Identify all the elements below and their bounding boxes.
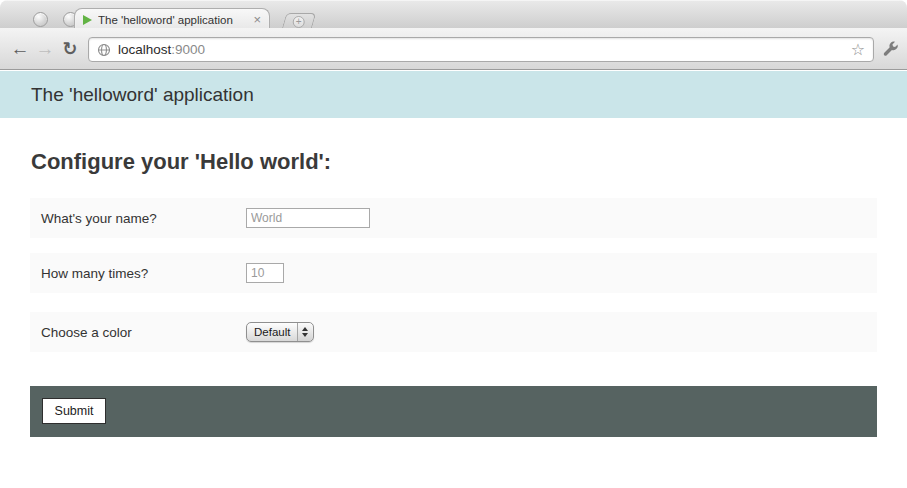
banner-title: The 'helloword' application (31, 84, 254, 106)
web-page: The 'helloword' application Configure yo… (0, 70, 907, 488)
name-input[interactable] (246, 208, 370, 228)
forward-button[interactable]: → (34, 28, 56, 70)
url-port: :9000 (171, 42, 205, 57)
color-label: Choose a color (30, 325, 246, 340)
new-tab-plus-icon: + (293, 16, 305, 28)
form-row-color: Choose a color Default (30, 312, 877, 352)
globe-icon (97, 43, 111, 57)
bookmark-star-icon[interactable]: ☆ (851, 42, 865, 58)
window-close-button[interactable] (33, 12, 48, 27)
wrench-menu-icon[interactable] (881, 40, 899, 58)
page-heading: Configure your 'Hello world': (31, 149, 331, 175)
color-select-value: Default (247, 323, 297, 341)
page-banner: The 'helloword' application (0, 71, 907, 118)
browser-chrome: The 'helloword' application × + ← → ↻ lo… (0, 0, 907, 70)
select-arrows-icon (297, 323, 312, 341)
times-label: How many times? (30, 266, 246, 281)
form-actions-bar: Submit (30, 386, 877, 437)
back-button[interactable]: ← (8, 28, 32, 70)
url-text[interactable]: localhost:9000 (118, 42, 851, 57)
play-favicon-icon (83, 15, 92, 25)
name-label: What's your name? (30, 211, 246, 226)
address-bar[interactable]: localhost:9000 ☆ (88, 37, 874, 62)
form-row-name: What's your name? (30, 198, 877, 238)
url-host: localhost (118, 42, 171, 57)
tab-title: The 'helloword' application (98, 14, 247, 26)
new-tab-button[interactable]: + (282, 13, 317, 29)
times-input[interactable] (246, 263, 284, 283)
browser-toolbar: ← → ↻ localhost:9000 ☆ (0, 28, 907, 70)
browser-window: The 'helloword' application × + ← → ↻ lo… (0, 0, 907, 488)
form-row-times: How many times? (30, 253, 877, 293)
reload-button[interactable]: ↻ (58, 28, 82, 70)
tab-close-icon[interactable]: × (253, 13, 261, 26)
tab-strip: The 'helloword' application × + (0, 0, 907, 28)
color-select[interactable]: Default (246, 322, 314, 342)
submit-button[interactable]: Submit (42, 398, 106, 424)
browser-tab[interactable]: The 'helloword' application × (74, 8, 270, 30)
